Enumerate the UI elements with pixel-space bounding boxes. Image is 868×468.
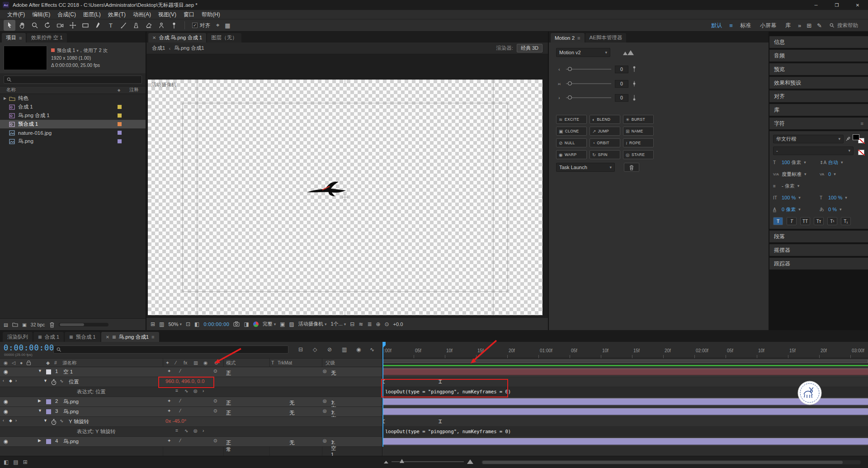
project-search-input[interactable] [4,76,142,84]
property-name[interactable]: 位置 [69,378,79,385]
interpret-footage-icon[interactable]: ▤ [4,322,8,327]
slider-knob[interactable] [568,95,572,99]
threed-switch-icon[interactable]: ⊙ [213,369,217,373]
layer-name[interactable]: 鸟.png [63,408,79,415]
tsume-control[interactable]: あ0 %▾ [820,206,864,213]
project-item-comp1[interactable]: 合成 1 [0,103,146,111]
subscript-toggle[interactable]: T₁ [841,217,851,225]
zoom-out-mountain-icon[interactable] [383,459,389,464]
prev-keyframe-icon[interactable]: ‹ [3,418,4,423]
property-name[interactable]: Y 轴旋转 [69,418,89,425]
time-ruler[interactable]: :00f05f10f15f20f01:00f05f10f15f20f02:00f… [382,342,868,358]
brush-tool[interactable] [118,20,129,31]
label-chip[interactable] [46,409,51,414]
eye-icon[interactable]: ◉ [4,438,8,444]
shape-tool[interactable] [80,20,91,31]
tab-precomp1[interactable]: ▦预合成 1 [65,332,100,342]
layer-row-2[interactable]: ◉ ▶ 2 鸟.png ✦ ⁄ ⊙ 正常▾ 无▾ ◎ 1.空1▾ [0,397,382,407]
zoom-tool[interactable] [29,20,41,31]
timeline-horizontal-scrollbar[interactable] [481,460,861,464]
expression-graph-icon[interactable]: ∿ [184,428,188,433]
vertical-scale-control[interactable]: IT100 %▾ [773,195,818,200]
motion-tool-button[interactable]: ⊘NULL [556,138,587,147]
font-style-select[interactable]: -▾ [773,147,854,155]
minimize-button[interactable]: ─ [806,0,826,10]
toggle-transfer-controls-icon[interactable]: ▤ [13,459,18,465]
ease-out-icon[interactable]: › [556,95,562,100]
fill-stroke-swatches[interactable] [853,134,864,143]
project-item-nature-jpg[interactable]: nature-016.jpg [0,128,146,137]
motion-tool-button[interactable]: ⊞NAME [623,127,654,136]
parent-pickwhip-icon[interactable]: ◎ [323,369,327,373]
label-chip[interactable] [118,96,122,100]
project-item-bird-png[interactable]: 鸟.png [0,137,146,146]
frame-blend-icon[interactable]: ▥ [342,346,347,353]
keyframe-icon[interactable]: ⌶ [439,378,442,385]
panel-header[interactable]: 段落 [769,231,868,242]
track-row-layer-3[interactable] [382,407,868,417]
add-keyframe-icon[interactable]: ◆ [9,418,12,423]
panel-header[interactable]: 预览 [769,63,868,75]
menu-item[interactable]: 合成(C) [54,11,80,19]
maximize-button[interactable]: ❐ [826,0,847,10]
motion-tool-button[interactable]: ◎STARE [623,150,654,159]
layer-name[interactable]: 空 1 [63,369,73,375]
layer-name[interactable]: 鸟.png [63,438,79,445]
quality-switch-icon[interactable]: ✦ [167,438,171,443]
mask-visibility-icon[interactable]: ◧ [194,321,199,327]
panel-character[interactable]: 字符≡ [769,118,868,129]
twirl-icon[interactable]: ▼ [38,408,42,413]
work-area-bar[interactable] [382,359,868,363]
quality-switch-icon[interactable]: ✦ [167,398,171,403]
label-chip[interactable] [118,105,122,109]
expression-graph-icon[interactable]: ∿ [60,378,63,383]
draft-3d-icon[interactable]: ◇ [313,346,317,353]
task-launch-select[interactable]: Task Launch▾ [556,163,615,172]
slider-track[interactable] [566,69,611,70]
mini-flowchart-icon[interactable]: ⊟ [298,346,303,353]
collapse-switch-icon[interactable]: ⁄ [180,438,181,443]
close-icon[interactable]: ✕ [152,35,156,40]
anchor-center-icon[interactable] [632,80,637,87]
panel-menu-icon[interactable]: ≡ [577,35,580,41]
workspace-tab-libraries[interactable]: 库 [781,22,795,29]
faux-bold-toggle[interactable]: T [773,217,783,225]
workspace-bar-icon[interactable]: ⊞ [804,22,814,29]
track-row-expression-position[interactable]: loopOut(type = "pingpong", numKeyframes … [382,387,868,397]
motion-delete-button[interactable] [624,163,639,172]
next-keyframe-icon[interactable]: › [15,418,17,423]
label-chip[interactable] [46,399,51,404]
menu-item[interactable]: 帮助(H) [198,11,224,19]
expression-row-position[interactable]: 表达式: 位置 = ∿ ◎ › [0,387,382,397]
twirl-icon[interactable]: ▶ [38,438,41,443]
slider-track[interactable] [566,83,611,84]
transparency-grid-icon[interactable]: ▨ [289,321,294,327]
workspace-tab-small-screen[interactable]: 小屏幕 [756,22,780,29]
menu-item[interactable]: 效果(T) [104,11,129,19]
tracking-control[interactable]: VA0▾ [820,171,864,177]
twirl-icon[interactable]: ▶ [4,96,9,100]
layer-duration-bar[interactable] [382,398,868,405]
timeline-button-icon[interactable]: ≣ [367,321,372,327]
resolution-select[interactable]: 完整▾ [263,321,276,327]
ease-in-icon[interactable]: ‹ [556,67,562,72]
panel-header[interactable]: 摇摆器 [769,244,868,256]
expression-text[interactable]: loopOut(type = "pingpong", numKeyframes … [385,389,511,394]
stroke-none-swatch[interactable] [855,146,864,155]
keyframe-icon[interactable]: ⌶ [439,418,442,425]
layer-duration-bar[interactable] [382,408,868,415]
expression-language-icon[interactable]: › [203,428,204,433]
project-item-precomp[interactable]: 预合成 1 [0,120,146,128]
motion-tool-button[interactable]: ✳BURST [623,115,654,124]
view-layout-select[interactable]: 1个...▾ [330,321,346,327]
edit-workspaces-icon[interactable]: ✎ [815,22,824,29]
flowchart-icon[interactable]: ⊕ [376,321,380,327]
eye-icon[interactable]: ◉ [4,408,8,415]
project-column-headers[interactable]: 名称 ◆ 注释 [0,86,146,94]
menu-item[interactable]: 图层(L) [80,11,104,19]
workspace-overflow-icon[interactable]: » [796,22,803,29]
enable-expression-icon[interactable]: = [175,428,178,433]
type-tool[interactable]: T [105,20,117,31]
project-scrollbar[interactable] [59,323,108,326]
quality-switch-icon[interactable]: ✦ [167,369,171,373]
